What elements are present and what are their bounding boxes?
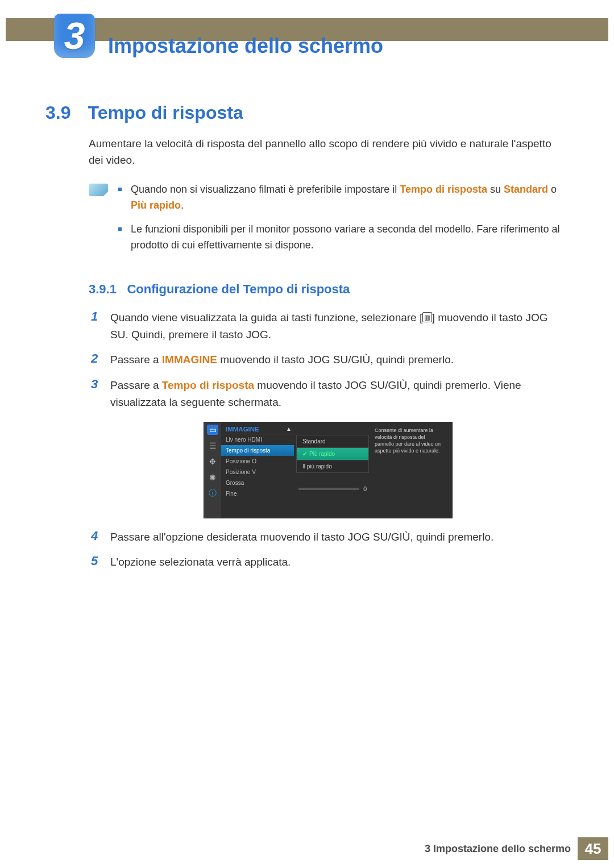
step-5: 5 L'opzione selezionata verrà applicata.: [88, 554, 569, 571]
osd-item-fine: Fine: [221, 488, 294, 499]
osd-icon-size: ☰: [207, 441, 218, 451]
steps-list: 1 Quando viene visualizzata la guida ai …: [88, 309, 569, 571]
chapter-number-tab: 3: [54, 14, 95, 58]
osd-slider-value: 0: [363, 485, 367, 492]
note-block: Quando non si visualizzano filmati è pre…: [89, 182, 569, 261]
osd-item-posizione-o: Posizione O: [221, 456, 294, 467]
osd-item-tempo-risposta: Tempo di risposta: [221, 445, 294, 456]
osd-option-piu-rapido: Più rapido: [296, 448, 369, 460]
note-bullets: Quando non si visualizzano filmati è pre…: [118, 182, 569, 261]
page-number: 45: [578, 837, 608, 860]
step-4: 4 Passare all'opzione desiderata muovend…: [88, 529, 569, 546]
osd-up-arrow-icon: ▲: [286, 426, 292, 432]
note-bullet-2: Le funzioni disponibili per il monitor p…: [118, 222, 569, 254]
osd-option-il-piu-rapido: Il più rapido: [296, 460, 369, 473]
step-3: 3 Passare a Tempo di risposta muovendo i…: [88, 377, 569, 412]
osd-item-liv-nero: Liv nero HDMI: [221, 434, 294, 445]
subsection-number: 3.9.1: [89, 282, 117, 296]
section-intro: Aumentare la velocità di risposta del pa…: [89, 136, 569, 168]
subsection-title: Configurazione del Tempo di risposta: [127, 282, 350, 296]
osd-menu-header: IMMAGINE ▲: [221, 423, 294, 434]
step-1: 1 Quando viene visualizzata la guida ai …: [88, 309, 569, 344]
osd-item-posizione-v: Posizione V: [221, 467, 294, 477]
osd-item-grossa: Grossa: [221, 477, 294, 488]
osd-slider: 0: [296, 485, 369, 492]
osd-slider-bar: [298, 488, 359, 490]
osd-main: IMMAGINE ▲ Liv nero HDMI Tempo di rispos…: [221, 422, 452, 518]
osd-icon-info: ⓘ: [207, 488, 218, 499]
step-2: 2 Passare a IMMAGINE muovendo il tasto J…: [88, 351, 569, 368]
footer-text: 3 Impostazione dello schermo: [425, 843, 571, 855]
osd-menu: IMMAGINE ▲ Liv nero HDMI Tempo di rispos…: [221, 422, 294, 518]
osd-icon-picture: ▭: [207, 425, 218, 435]
page-content: 3.9 Tempo di risposta Aumentare la veloc…: [45, 102, 569, 579]
section-title: Tempo di risposta: [88, 102, 243, 123]
subsection-heading: 3.9.1 Configurazione del Tempo di rispos…: [89, 282, 569, 297]
chapter-number: 3: [64, 14, 85, 58]
osd-screenshot: ▭ ☰ ✥ ✺ ⓘ IMMAGINE ▲ Liv nero HDMI Tempo…: [204, 422, 453, 518]
note-icon: [89, 184, 108, 196]
osd-option-standard: Standard: [296, 435, 369, 448]
page-footer: 3 Impostazione dello schermo 45: [6, 837, 608, 860]
section-heading: 3.9 Tempo di risposta: [45, 102, 569, 123]
osd-sidebar: ▭ ☰ ✥ ✺ ⓘ: [204, 422, 221, 518]
chapter-banner: 3 Impostazione dello schermo: [6, 14, 608, 58]
note-bullet-1: Quando non si visualizzano filmati è pre…: [118, 182, 569, 214]
menu-icon: ▥: [422, 312, 432, 322]
osd-icon-settings: ✺: [207, 472, 218, 483]
section-number: 3.9: [45, 102, 85, 123]
osd-help-text: Consente di aumentare la velocità di ris…: [371, 422, 445, 518]
chapter-title: Impostazione dello schermo: [108, 34, 383, 58]
osd-icon-position: ✥: [207, 456, 218, 467]
osd-options: Standard Più rapido Il più rapido 0: [294, 422, 371, 518]
